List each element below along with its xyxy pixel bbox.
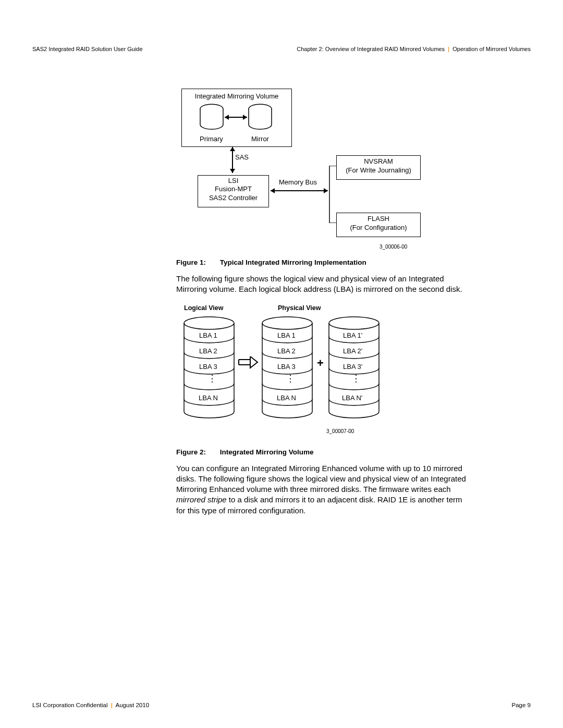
physical-view-header: Physical View: [278, 304, 321, 312]
controller-box: LSI Fusion-MPT SAS2 Controller: [198, 175, 269, 207]
figure-2-caption: Figure 2: Integrated Mirroring Volume: [176, 448, 473, 456]
figure-1-caption-label: Figure 1:: [176, 258, 218, 266]
memory-bus-arrow-icon: [269, 187, 329, 195]
svg-marker-18: [250, 356, 258, 368]
svg-marker-6: [230, 147, 235, 151]
physical1-lba-1: LBA 1: [277, 331, 296, 339]
physical2-lba-n: LBA N': [342, 394, 362, 402]
footer-separator: |: [111, 702, 113, 708]
mirroring-disks-icon: [182, 102, 291, 138]
svg-marker-4: [243, 115, 247, 120]
plus-icon: +: [317, 356, 324, 370]
para2-pre: You can configure an Integrated Mirrorin…: [176, 464, 466, 494]
physical2-lba-2: LBA 2': [343, 347, 362, 355]
controller-line2: Fusion-MPT: [198, 185, 268, 193]
flash-line2: (For Configuration): [337, 224, 420, 232]
figure-1-caption-text: Typical Integrated Mirroring Implementat…: [220, 258, 366, 266]
logical-lba-n: LBA N: [199, 394, 218, 402]
footer-confidential: LSI Corporation Confidential: [32, 702, 107, 708]
physical2-vdots-icon: ⋮: [351, 377, 361, 380]
figure-1-id: 3_00006-00: [380, 244, 407, 250]
header-chapter: Chapter 2: Overview of Integrated RAID M…: [297, 46, 445, 52]
logical-lba-3: LBA 3: [199, 363, 217, 371]
nvsram-line1: NVSRAM: [337, 157, 420, 166]
paragraph-2: You can configure an Integrated Mirrorin…: [176, 463, 473, 516]
figure-2-id: 3_00007-00: [326, 428, 354, 434]
svg-point-20: [329, 317, 379, 329]
mirroring-title: Integrated Mirroring Volume: [182, 92, 291, 100]
figure-1-diagram: Integrated Mirroring Volume Primary Mirr…: [181, 89, 432, 250]
logical-lba-2: LBA 2: [199, 347, 217, 355]
nvsram-line2: (For Write Journaling): [337, 166, 420, 175]
sas-arrow-icon: [227, 147, 238, 176]
physical1-lba-n: LBA N: [277, 394, 296, 402]
svg-marker-9: [271, 188, 275, 193]
footer-page-number: Page 9: [512, 702, 531, 708]
physical2-lba-1: LBA 1': [343, 331, 362, 339]
memory-bus-label: Memory Bus: [279, 178, 317, 186]
logical-view-header: Logical View: [184, 304, 224, 312]
main-content: Integrated Mirroring Volume Primary Mirr…: [176, 89, 473, 525]
paragraph-1: The following figure shows the logical v…: [176, 274, 473, 295]
mirror-label: Mirror: [251, 135, 269, 143]
flash-box: FLASH (For Configuration): [336, 213, 421, 237]
controller-line1: LSI: [198, 177, 268, 185]
svg-point-14: [184, 317, 234, 329]
figure-1-caption: Figure 1: Typical Integrated Mirroring I…: [176, 258, 473, 266]
implies-arrow-icon: [238, 356, 259, 369]
figure-2-diagram: Logical View Physical View LBA 1 LBA 2 L…: [181, 304, 416, 440]
svg-point-19: [262, 317, 312, 329]
footer-date: August 2010: [115, 702, 149, 708]
logical-lba-1: LBA 1: [199, 331, 217, 339]
header-left: SAS2 Integrated RAID Solution User Guide: [32, 46, 143, 52]
para2-italic: mirrored stripe: [176, 495, 227, 504]
figure-2-caption-label: Figure 2:: [176, 448, 218, 456]
physical1-lba-2: LBA 2: [277, 347, 296, 355]
physical1-lba-3: LBA 3: [277, 363, 296, 371]
figure-2-caption-text: Integrated Mirroring Volume: [220, 448, 314, 456]
header-right: Chapter 2: Overview of Integrated RAID M…: [297, 46, 531, 52]
svg-marker-7: [230, 169, 235, 173]
controller-line3: SAS2 Controller: [198, 194, 268, 202]
physical2-lba-3: LBA 3': [343, 363, 362, 371]
primary-label: Primary: [200, 135, 223, 143]
physical1-vdots-icon: ⋮: [286, 377, 295, 380]
bus-split-icon: [326, 166, 337, 223]
mirroring-volume-box: Integrated Mirroring Volume Primary Mirr…: [181, 89, 292, 147]
header-section: Operation of Mirrored Volumes: [452, 46, 531, 52]
flash-line1: FLASH: [337, 215, 420, 224]
header-separator: |: [448, 46, 449, 52]
svg-marker-3: [225, 115, 229, 120]
nvsram-box: NVSRAM (For Write Journaling): [336, 155, 421, 180]
logical-vdots-icon: ⋮: [207, 377, 217, 380]
footer-left: LSI Corporation Confidential | August 20…: [32, 702, 149, 708]
